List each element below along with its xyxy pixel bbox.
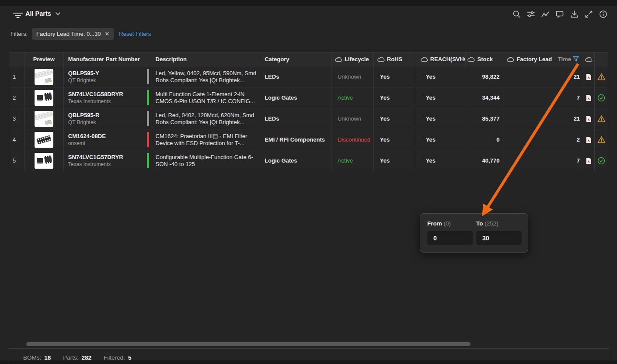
datasheet-cell bbox=[583, 150, 595, 171]
header-row-number bbox=[9, 52, 24, 66]
part-preview-cell bbox=[24, 87, 64, 108]
download-icon[interactable] bbox=[570, 10, 579, 18]
header-preview[interactable]: Preview bbox=[24, 52, 64, 66]
parts-table: Preview Manufacturer Part Number Descrip… bbox=[9, 52, 608, 171]
filters-bar: Filters: Factory Lead Time: 0...30 ✕ Res… bbox=[10, 28, 151, 40]
table-row[interactable]: 4 CM1624-08DE bbox=[9, 129, 608, 150]
from-input[interactable] bbox=[427, 231, 473, 245]
reach-cell: Yes bbox=[416, 87, 466, 108]
slider-settings-icon[interactable] bbox=[526, 10, 535, 18]
info-icon[interactable] bbox=[599, 10, 607, 18]
chevron-down-icon bbox=[56, 12, 60, 15]
view-selector[interactable]: All Parts bbox=[25, 10, 60, 17]
description-cell: Led, Yellow, 0402, 95Mcd, 590Nm, Smd Roh… bbox=[151, 66, 261, 87]
pdf-datasheet-icon[interactable] bbox=[586, 136, 592, 143]
datasheet-cell bbox=[583, 87, 595, 108]
close-icon[interactable]: ✕ bbox=[105, 31, 109, 37]
header-datasheet[interactable] bbox=[583, 52, 595, 66]
manufacturer-name: Texas Instruments bbox=[68, 161, 123, 167]
warning-icon bbox=[597, 136, 606, 143]
table-header-row: Preview Manufacturer Part Number Descrip… bbox=[9, 52, 608, 66]
preview-image-led-reel bbox=[35, 111, 53, 127]
rohs-cell: Yes bbox=[374, 66, 416, 87]
cloud-icon bbox=[585, 57, 593, 62]
description-cell: Multi Function Gate 1-Element 2-IN CMOS … bbox=[151, 87, 261, 108]
rohs-cell: Yes bbox=[374, 129, 416, 150]
manufacturer-part-number: SN74LVC1G57DRYR bbox=[68, 154, 123, 160]
warning-icon bbox=[597, 73, 606, 80]
health-cell bbox=[595, 87, 608, 108]
horizontal-scrollbar[interactable] bbox=[26, 342, 471, 346]
table-row[interactable]: 1 bbox=[9, 66, 608, 87]
part-number-cell: QBLP595-R QT Brightek bbox=[64, 108, 151, 129]
search-icon[interactable] bbox=[512, 10, 521, 18]
lifecycle-cell: Active bbox=[331, 87, 374, 108]
preview-image-sot-packages bbox=[35, 90, 53, 106]
lifecycle-status: Discontinued bbox=[338, 136, 370, 143]
pdf-datasheet-icon[interactable] bbox=[586, 157, 592, 164]
header-category[interactable]: Category bbox=[260, 52, 331, 66]
header-mpn[interactable]: Manufacturer Part Number bbox=[64, 52, 151, 66]
header-lifecycle[interactable]: Lifecycle bbox=[331, 52, 374, 66]
table-body: 1 bbox=[9, 66, 608, 171]
filter-list-icon[interactable] bbox=[12, 10, 24, 20]
table-row[interactable]: 2 bbox=[9, 87, 608, 108]
expand-icon[interactable] bbox=[584, 10, 593, 18]
part-number-cell: SN74LVC1G58DRYR Texas Instruments bbox=[64, 87, 151, 108]
cloud-icon bbox=[467, 57, 475, 62]
lifecycle-indicator-bar bbox=[147, 132, 149, 147]
manufacturer-part-number: SN74LVC1G58DRYR bbox=[68, 91, 123, 97]
table-row[interactable]: 5 bbox=[9, 150, 608, 171]
row-number: 1 bbox=[9, 66, 24, 87]
table-row[interactable]: 3 bbox=[9, 108, 608, 129]
filtered-count: Filtered:5 bbox=[104, 354, 131, 361]
pdf-datasheet-icon[interactable] bbox=[586, 115, 592, 122]
health-cell bbox=[595, 129, 608, 150]
part-number-cell: CM1624-08DE onsemi bbox=[64, 129, 151, 150]
check-icon bbox=[597, 157, 605, 165]
line-chart-icon[interactable] bbox=[541, 10, 550, 18]
to-label: To (252) bbox=[476, 220, 498, 227]
pdf-datasheet-icon[interactable] bbox=[586, 73, 592, 80]
filter-chip-label: Factory Lead Time: 0...30 bbox=[36, 31, 101, 37]
stock-cell: 40,770 bbox=[466, 150, 504, 171]
rohs-cell: Yes bbox=[374, 108, 416, 129]
header-stock[interactable]: Stock bbox=[466, 52, 503, 66]
reset-filters-link[interactable]: Reset Filters bbox=[119, 31, 151, 37]
active-filter-funnel-icon[interactable] bbox=[573, 56, 579, 62]
preview-image-led-reel bbox=[35, 69, 53, 85]
header-health bbox=[595, 52, 608, 66]
lifecycle-status: Unknown bbox=[338, 73, 361, 80]
lifecycle-status: Active bbox=[338, 94, 353, 101]
stock-cell: 85,377 bbox=[466, 108, 504, 129]
datasheet-cell bbox=[583, 66, 595, 87]
top-toolbar: All Parts bbox=[0, 6, 617, 24]
category-cell: LEDs bbox=[260, 108, 331, 129]
part-preview-cell bbox=[24, 108, 64, 129]
lifecycle-cell: Discontinued bbox=[331, 129, 374, 150]
health-cell bbox=[595, 108, 608, 129]
header-reach[interactable]: REACH(SVHC) bbox=[416, 52, 466, 66]
category-cell: Logic Gates bbox=[260, 150, 331, 171]
factory-lead-time-cell: 7 bbox=[503, 87, 583, 108]
datasheet-cell bbox=[583, 129, 595, 150]
row-number: 4 bbox=[9, 129, 24, 150]
reach-cell: Yes bbox=[416, 129, 466, 150]
manufacturer-name: Texas Instruments bbox=[68, 98, 123, 104]
lifecycle-status: Active bbox=[338, 157, 353, 164]
factory-lead-time-cell: 7 bbox=[503, 150, 583, 171]
manufacturer-part-number: QBLP595-Y bbox=[68, 70, 99, 76]
manufacturer-part-number: CM1624-08DE bbox=[68, 133, 106, 139]
stock-cell: 0 bbox=[466, 129, 504, 150]
cloud-icon bbox=[335, 57, 342, 62]
lifecycle-cell: Active bbox=[331, 150, 374, 171]
pdf-datasheet-icon[interactable] bbox=[586, 94, 592, 101]
comments-icon[interactable] bbox=[555, 10, 564, 18]
manufacturer-part-number: QBLP595-R bbox=[68, 112, 100, 118]
header-rohs[interactable]: RoHS bbox=[374, 52, 416, 66]
to-input[interactable] bbox=[476, 231, 522, 245]
filter-chip-factory-lead-time[interactable]: Factory Lead Time: 0...30 ✕ bbox=[32, 28, 114, 40]
header-description[interactable]: Description bbox=[151, 52, 261, 66]
app-window: All Parts bbox=[0, 6, 617, 361]
header-factory-lead-time[interactable]: Factory Lead Time bbox=[503, 52, 583, 66]
